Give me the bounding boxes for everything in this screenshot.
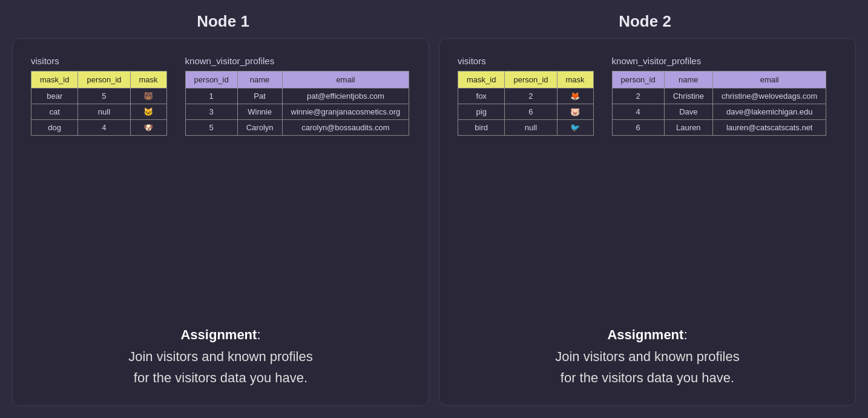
- cell: Carolyn: [237, 120, 282, 136]
- node2-tables: visitors mask_id person_id mask fox 2: [458, 56, 837, 136]
- table-row: 4 Dave dave@lakemichigan.edu: [612, 104, 826, 120]
- node1-title: Node 1: [12, 12, 434, 31]
- node1-profiles-table: person_id name email 1 Pat pat@efficient…: [185, 71, 410, 136]
- node2-profiles-table: person_id name email 2 Christine christi…: [612, 71, 827, 136]
- cell: 6: [612, 120, 664, 136]
- cell: pat@efficientjobs.com: [282, 88, 409, 104]
- node2-profiles-col-email: email: [713, 71, 826, 88]
- cell: 🐷: [557, 104, 593, 120]
- node1-profiles-table-wrapper: known_visitor_profiles person_id name em…: [185, 56, 410, 136]
- node1-visitors-label: visitors: [31, 56, 167, 66]
- node2-visitors-col-personid: person_id: [505, 71, 557, 88]
- table-row: bird null 🐦: [458, 120, 594, 136]
- cell: fox: [458, 88, 505, 104]
- node2-profiles-label: known_visitor_profiles: [612, 56, 827, 66]
- table-row: 2 Christine christine@welovedags.com: [612, 88, 826, 104]
- node1-visitors-col-maskid: mask_id: [31, 71, 78, 88]
- node1-profiles-col-name: name: [237, 71, 282, 88]
- node-titles: Node 1 Node 2: [12, 12, 856, 31]
- node2-assignment: Assignment: Join visitors and known prof…: [458, 312, 837, 388]
- cell: null: [78, 104, 130, 120]
- node2-profiles-table-wrapper: known_visitor_profiles person_id name em…: [612, 56, 827, 136]
- nodes-container: visitors mask_id person_id mask bear 5: [12, 38, 856, 406]
- cell: Winnie: [237, 104, 282, 120]
- cell: bear: [31, 88, 78, 104]
- node2-visitors-col-maskid: mask_id: [458, 71, 505, 88]
- cell: 4: [78, 120, 130, 136]
- node1-assignment-text: Assignment: Join visitors and known prof…: [31, 324, 410, 388]
- node1-visitors-col-personid: person_id: [78, 71, 130, 88]
- node2-profiles-col-personid: person_id: [612, 71, 664, 88]
- table-row: bear 5 🐻: [31, 88, 167, 104]
- cell: 5: [78, 88, 130, 104]
- table-row: 5 Carolyn carolyn@bossaudits.com: [185, 120, 409, 136]
- cell: Christine: [664, 88, 712, 104]
- table-row: 6 Lauren lauren@catscatscats.net: [612, 120, 826, 136]
- cell: Lauren: [664, 120, 712, 136]
- cell: carolyn@bossaudits.com: [282, 120, 409, 136]
- cell: 3: [185, 104, 237, 120]
- node2-panel: visitors mask_id person_id mask fox 2: [439, 38, 856, 406]
- cell: bird: [458, 120, 505, 136]
- cell: null: [505, 120, 557, 136]
- node1-visitors-table: mask_id person_id mask bear 5 🐻 cat: [31, 71, 167, 136]
- node1-visitors-col-mask: mask: [130, 71, 166, 88]
- table-row: 1 Pat pat@efficientjobs.com: [185, 88, 409, 104]
- cell: dave@lakemichigan.edu: [713, 104, 826, 120]
- cell: 4: [612, 104, 664, 120]
- cell: 🐱: [130, 104, 166, 120]
- node2-visitors-table-wrapper: visitors mask_id person_id mask fox 2: [458, 56, 594, 136]
- cell: 🐶: [130, 120, 166, 136]
- cell: pig: [458, 104, 505, 120]
- cell: 2: [612, 88, 664, 104]
- cell: 2: [505, 88, 557, 104]
- cell: dog: [31, 120, 78, 136]
- table-row: fox 2 🦊: [458, 88, 594, 104]
- node1-profiles-col-email: email: [282, 71, 409, 88]
- table-row: cat null 🐱: [31, 104, 167, 120]
- node1-visitors-table-wrapper: visitors mask_id person_id mask bear 5: [31, 56, 167, 136]
- cell: 1: [185, 88, 237, 104]
- node1-assignment: Assignment: Join visitors and known prof…: [31, 312, 410, 388]
- table-row: pig 6 🐷: [458, 104, 594, 120]
- cell: 6: [505, 104, 557, 120]
- node2-visitors-table: mask_id person_id mask fox 2 🦊 pig: [458, 71, 594, 136]
- cell: 5: [185, 120, 237, 136]
- node1-tables: visitors mask_id person_id mask bear 5: [31, 56, 410, 136]
- node2-profiles-col-name: name: [664, 71, 712, 88]
- node2-assignment-text: Assignment: Join visitors and known prof…: [458, 324, 837, 388]
- cell: Pat: [237, 88, 282, 104]
- cell: lauren@catscatscats.net: [713, 120, 826, 136]
- node1-profiles-col-personid: person_id: [185, 71, 237, 88]
- cell: 🐻: [130, 88, 166, 104]
- cell: Dave: [664, 104, 712, 120]
- table-row: 3 Winnie winnie@granjanacosmetics.org: [185, 104, 409, 120]
- cell: winnie@granjanacosmetics.org: [282, 104, 409, 120]
- node1-profiles-label: known_visitor_profiles: [185, 56, 410, 66]
- node2-visitors-col-mask: mask: [557, 71, 593, 88]
- cell: cat: [31, 104, 78, 120]
- node2-title: Node 2: [434, 12, 856, 31]
- table-row: dog 4 🐶: [31, 120, 167, 136]
- node2-visitors-label: visitors: [458, 56, 594, 66]
- cell: 🦊: [557, 88, 593, 104]
- cell: 🐦: [557, 120, 593, 136]
- cell: christine@welovedags.com: [713, 88, 826, 104]
- node1-panel: visitors mask_id person_id mask bear 5: [12, 38, 429, 406]
